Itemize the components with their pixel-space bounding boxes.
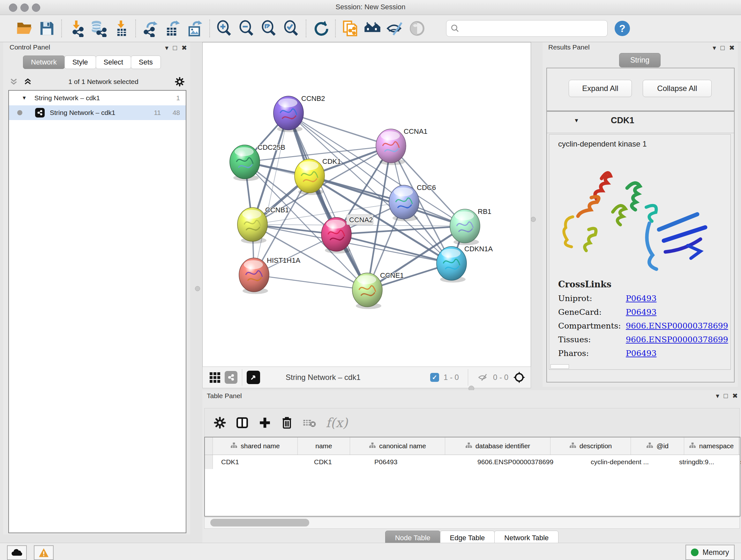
export-image-icon[interactable] — [186, 19, 204, 38]
table-cell[interactable]: CDK1 — [213, 455, 306, 469]
table-cell[interactable]: stringdb — [732, 455, 741, 469]
network-node-cdkn1a[interactable]: CDKN1A — [436, 245, 493, 283]
show-all-networks-icon[interactable] — [363, 19, 382, 38]
network-node-cdk1[interactable]: CDK1 — [294, 158, 341, 195]
help-button[interactable]: ? — [615, 21, 630, 36]
column-header-id[interactable]: @id — [631, 437, 684, 455]
expand-all-button[interactable]: Expand All — [569, 80, 632, 97]
zoom-in-icon[interactable] — [215, 19, 233, 38]
network-edge[interactable] — [254, 275, 367, 290]
expand-all-icon[interactable] — [23, 77, 32, 86]
disclosure-triangle-icon[interactable]: ▼ — [574, 118, 579, 124]
control-panel-window-buttons[interactable]: ▾□✖ — [165, 44, 187, 52]
network-edge[interactable] — [254, 113, 288, 275]
table-row[interactable]: CDK1CDK1P064939606.ENSP00000378699cyclin… — [205, 455, 740, 469]
table-cell[interactable]: CDK1 — [306, 455, 366, 469]
toolbar-separator — [135, 19, 136, 37]
tab-style[interactable]: Style — [64, 56, 96, 69]
open-session-icon[interactable] — [15, 19, 34, 38]
crosslink-value-link[interactable]: P06493 — [626, 349, 657, 358]
vertical-splitter-handle[interactable] — [195, 286, 200, 291]
network-edge[interactable] — [288, 113, 391, 146]
disclosure-triangle-icon[interactable]: ▼ — [22, 95, 27, 101]
protein-entry-header[interactable]: ▼ CDK1 — [547, 112, 734, 133]
save-session-icon[interactable] — [38, 19, 56, 38]
network-view-canvas[interactable]: CCNB2CCNA1CDC25BCDK1CDC6RB1CCNB1CCNA2CDK… — [202, 42, 531, 367]
results-panel-window-buttons[interactable]: ▾□✖ — [713, 44, 735, 52]
search-input[interactable] — [460, 24, 595, 33]
show-graphics-details-icon[interactable] — [408, 19, 426, 38]
table-cell[interactable]: 9606.ENSP00000378699 — [469, 455, 583, 469]
crosslink-value-link[interactable]: P06493 — [626, 294, 657, 303]
column-header-description[interactable]: description — [550, 437, 631, 455]
panel-menu-icon[interactable]: ▾ — [716, 392, 724, 399]
table-horizontal-scrollbar[interactable] — [204, 517, 740, 529]
inner-scrollbar-thumb[interactable] — [550, 364, 569, 369]
scrollbar-thumb[interactable] — [210, 519, 309, 526]
network-node-rb1[interactable]: RB1 — [450, 207, 491, 245]
network-share-icon[interactable] — [225, 371, 238, 384]
delete-table-icon[interactable] — [302, 417, 317, 428]
crosslink-value-link[interactable]: P06493 — [626, 307, 657, 317]
import-table-icon[interactable] — [112, 19, 130, 38]
table-cell[interactable]: stringdb:9... — [671, 455, 732, 469]
column-header-databaseidentifier[interactable]: database identifier — [445, 437, 550, 455]
network-node-ccnb2[interactable]: CCNB2 — [273, 95, 325, 132]
network-collection-row[interactable]: ▼ String Network – cdk1 1 — [9, 91, 186, 105]
grid-view-icon[interactable] — [210, 372, 220, 383]
panel-close-icon[interactable]: ✖ — [729, 44, 735, 51]
selected-checkbox-icon[interactable]: ✓ — [430, 373, 439, 382]
panel-float-icon[interactable]: □ — [721, 44, 729, 51]
delete-column-trash-icon[interactable] — [280, 416, 293, 430]
memory-button[interactable]: Memory — [685, 545, 735, 560]
cloud-button[interactable] — [7, 545, 27, 560]
network-options-gear-icon[interactable] — [174, 76, 185, 87]
zoom-out-icon[interactable] — [238, 19, 256, 38]
tab-sets[interactable]: Sets — [131, 56, 161, 69]
collapse-all-icon[interactable] — [9, 77, 18, 86]
tab-select[interactable]: Select — [96, 56, 131, 69]
panel-menu-icon[interactable]: ▾ — [713, 44, 721, 51]
tab-string[interactable]: String — [619, 53, 661, 67]
copy-style-icon[interactable] — [341, 19, 359, 38]
panel-float-icon[interactable]: □ — [173, 44, 182, 51]
hidden-eye-slash-icon[interactable] — [477, 373, 488, 382]
export-network-icon[interactable] — [141, 19, 159, 38]
panel-close-icon[interactable]: ✖ — [181, 44, 187, 51]
collapse-all-button[interactable]: Collapse All — [643, 80, 712, 97]
panel-close-icon[interactable]: ✖ — [732, 392, 738, 399]
crosslink-value-link[interactable]: 9606.ENSP00000378699 — [626, 321, 728, 330]
vertical-splitter-handle[interactable] — [531, 217, 536, 222]
warnings-button[interactable] — [34, 545, 54, 560]
table-panel-window-buttons[interactable]: ▾□✖ — [716, 392, 738, 400]
network-graph[interactable]: CCNB2CCNA1CDC25BCDK1CDC6RB1CCNB1CCNA2CDK… — [203, 43, 530, 366]
import-network-database-icon[interactable] — [89, 19, 108, 38]
zoom-selected-icon[interactable] — [282, 19, 300, 38]
crosslink-value-link[interactable]: 9606.ENSP00000378699 — [626, 335, 728, 344]
table-cell[interactable]: P06493 — [366, 455, 469, 469]
hide-selected-icon[interactable] — [386, 19, 404, 38]
refresh-icon[interactable] — [312, 19, 330, 38]
export-table-icon[interactable] — [163, 19, 182, 38]
zoom-fit-icon[interactable] — [260, 19, 278, 38]
create-column-icon[interactable] — [258, 416, 272, 429]
fit-crosshair-icon[interactable] — [513, 371, 526, 384]
node-table[interactable]: shared namenamecanonical namedatabase id… — [204, 437, 740, 516]
tab-network[interactable]: Network — [23, 56, 65, 69]
panel-float-icon[interactable]: □ — [724, 392, 732, 399]
show-columns-icon[interactable] — [235, 416, 249, 430]
import-network-icon[interactable] — [67, 19, 85, 38]
network-node-hist1h1a[interactable]: HIST1H1A — [239, 256, 300, 294]
network-node-ccna1[interactable]: CCNA1 — [376, 127, 428, 165]
column-header-canonicalname[interactable]: canonical name — [350, 437, 445, 455]
network-node-ccne1[interactable]: CCNE1 — [352, 271, 404, 309]
column-header-sharedname[interactable]: shared name — [213, 437, 298, 455]
birds-eye-view-icon[interactable] — [247, 371, 260, 384]
table-options-gear-icon[interactable] — [213, 416, 226, 429]
network-node-ccna2[interactable]: CCNA2 — [321, 214, 374, 253]
panel-menu-icon[interactable]: ▾ — [165, 44, 173, 51]
column-header-name[interactable]: name — [298, 437, 350, 455]
network-row[interactable]: String Network – cdk1 11 48 — [9, 105, 186, 120]
table-cell[interactable]: cyclin-dependent ... — [583, 455, 671, 469]
column-header-namespace[interactable]: namespace — [684, 437, 739, 455]
